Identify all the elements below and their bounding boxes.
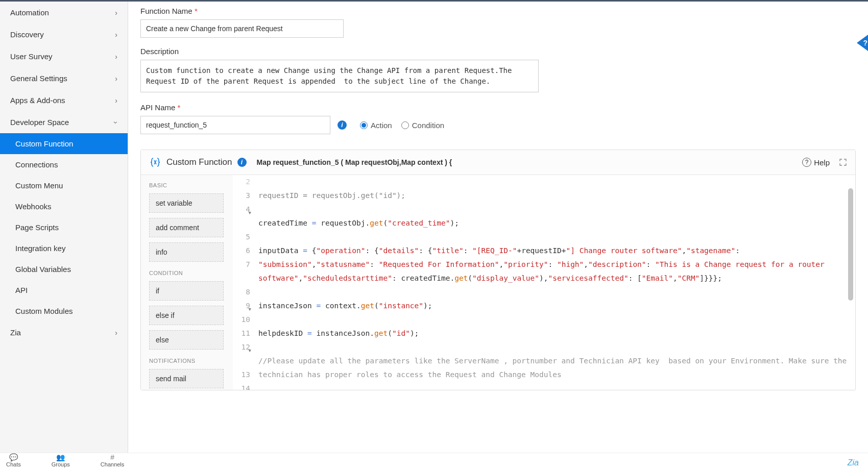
sidebar-sub-custom-modules[interactable]: Custom Modules <box>0 301 128 321</box>
sidebar: Automation› Discovery› User Survey› Gene… <box>0 2 128 453</box>
block-add-comment[interactable]: add comment <box>149 218 224 237</box>
blocks-panel: BASIC set variable add comment info COND… <box>141 175 233 390</box>
footer-bar: 💬Chats 👥Groups #Channels Zia <box>0 453 868 468</box>
radio-action[interactable]: Action <box>360 121 392 130</box>
sidebar-item-zia[interactable]: Zia› <box>0 321 128 343</box>
help-link[interactable]: ?Help <box>802 158 830 167</box>
sidebar-sub-page-scripts[interactable]: Page Scripts <box>0 217 128 238</box>
radio-condition[interactable]: Condition <box>401 121 444 130</box>
chevron-right-icon: › <box>115 329 117 337</box>
sidebar-sub-global-variables[interactable]: Global Variables <box>0 259 128 280</box>
groups-icon: 👥 <box>56 454 65 461</box>
sidebar-sub-api[interactable]: API <box>0 280 128 301</box>
sidebar-item-automation[interactable]: Automation› <box>0 2 128 23</box>
sidebar-sub-integration-key[interactable]: Integration key <box>0 238 128 259</box>
sidebar-sub-webhooks[interactable]: Webhooks <box>0 196 128 217</box>
editor-panel: Custom Function i Map request_function_5… <box>140 150 856 390</box>
sidebar-sub-custom-function[interactable]: Custom Function <box>0 133 128 154</box>
editor-header: Custom Function i Map request_function_5… <box>141 150 855 175</box>
block-set-variable[interactable]: set variable <box>149 193 224 213</box>
sidebar-item-developer-space[interactable]: Developer Space› <box>0 111 128 133</box>
chevron-right-icon: › <box>115 53 117 61</box>
custom-function-icon <box>149 156 161 168</box>
code-editor[interactable]: 2 3 4▼ 5 6 7 8 9▼ 10 11 12▼ 1 <box>233 175 855 390</box>
description-textarea[interactable]: Custom function to create a new Change u… <box>140 60 539 92</box>
footer-channels[interactable]: #Channels <box>101 454 124 467</box>
block-info[interactable]: info <box>149 242 224 262</box>
info-icon[interactable]: i <box>237 158 247 167</box>
footer-chats[interactable]: 💬Chats <box>6 454 21 467</box>
api-name-label: API Name * <box>140 103 856 112</box>
main-content: Function Name * Description Custom funct… <box>128 2 868 453</box>
block-heading-notifications: NOTIFICATIONS <box>149 358 225 364</box>
function-name-label: Function Name * <box>140 7 856 15</box>
chat-icon: 💬 <box>9 454 18 461</box>
chevron-right-icon: › <box>115 96 117 105</box>
api-name-input[interactable] <box>140 116 330 134</box>
sidebar-item-general-settings[interactable]: General Settings› <box>0 67 128 89</box>
sidebar-sub-connections[interactable]: Connections <box>0 154 128 175</box>
sidebar-item-user-survey[interactable]: User Survey› <box>0 45 128 67</box>
block-heading-condition: CONDITION <box>149 270 225 276</box>
block-send-mail[interactable]: send mail <box>149 369 224 388</box>
editor-title: Custom Function <box>166 157 232 167</box>
chevron-down-icon: › <box>112 121 120 123</box>
code-scrollbar[interactable] <box>848 188 853 386</box>
sidebar-item-apps-addons[interactable]: Apps & Add-ons› <box>0 89 128 111</box>
info-icon[interactable]: i <box>337 120 347 130</box>
sidebar-item-discovery[interactable]: Discovery› <box>0 23 128 45</box>
block-if[interactable]: if <box>149 281 224 301</box>
chevron-right-icon: › <box>115 75 117 83</box>
chevron-right-icon: › <box>115 31 117 39</box>
block-else[interactable]: else <box>149 330 224 350</box>
channels-icon: # <box>110 454 114 461</box>
help-icon: ? <box>802 158 811 167</box>
expand-icon[interactable] <box>839 158 847 166</box>
sidebar-sub-custom-menu[interactable]: Custom Menu <box>0 175 128 196</box>
function-name-input[interactable] <box>140 19 344 38</box>
description-label: Description <box>140 47 856 56</box>
chevron-right-icon: › <box>115 9 117 17</box>
help-tab-icon[interactable]: ? <box>863 39 867 47</box>
block-heading-basic: BASIC <box>149 182 225 188</box>
block-else-if[interactable]: else if <box>149 306 224 325</box>
function-signature: Map request_function_5 ( Map requestObj,… <box>257 158 452 166</box>
footer-brand: Zia <box>848 458 862 467</box>
footer-groups[interactable]: 👥Groups <box>52 454 70 467</box>
